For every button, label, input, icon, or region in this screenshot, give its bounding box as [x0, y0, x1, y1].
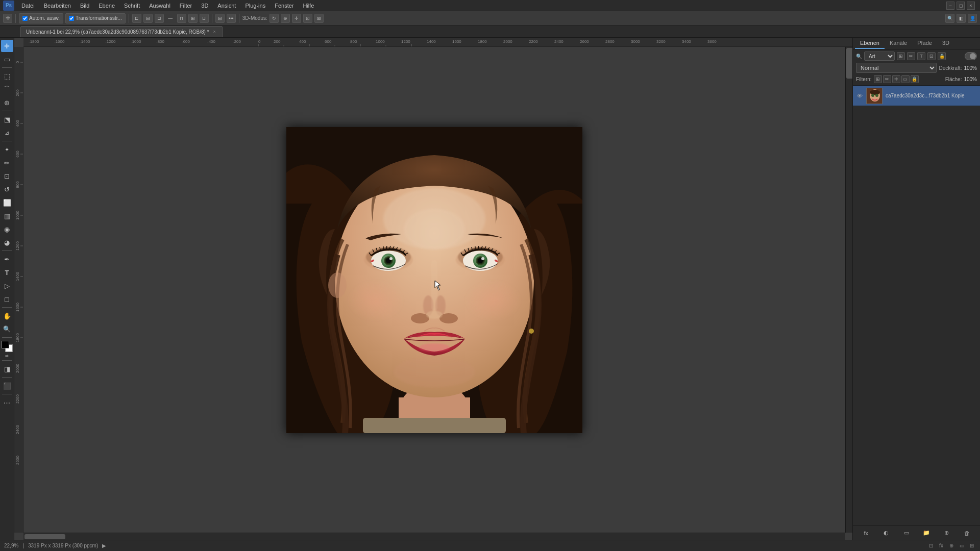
path-select-button[interactable]: ▷: [1, 280, 13, 292]
add-style-button[interactable]: fx: [861, 528, 872, 538]
text-tool-button[interactable]: T: [1, 266, 13, 279]
eraser-tool-button[interactable]: ⬜: [1, 196, 13, 209]
status-info-arrow[interactable]: ▶: [102, 543, 106, 548]
blend-mode-select[interactable]: Normal: [856, 63, 937, 73]
horizontal-scrollbar[interactable]: [23, 533, 845, 540]
close-button[interactable]: ×: [967, 2, 975, 10]
restore-button[interactable]: ◻: [957, 2, 965, 10]
status-icon-3[interactable]: ⊕: [947, 542, 955, 550]
menu-filter[interactable]: Filter: [176, 2, 196, 10]
3d-tab[interactable]: 3D: [937, 38, 954, 49]
3d-roll-icon[interactable]: ⊕: [281, 14, 290, 23]
clone-tool-button[interactable]: ⊡: [1, 170, 13, 182]
quick-select-tool-button[interactable]: ⊕: [1, 96, 13, 109]
menu-hilfe[interactable]: Hilfe: [299, 2, 318, 10]
layer-item[interactable]: 👁 ca7aedc30a2d3c...f73db2b1 Kopie: [853, 86, 980, 106]
layer-filter-toggle[interactable]: [965, 52, 977, 60]
menu-auswahl[interactable]: Auswahl: [145, 2, 175, 10]
filter-paint-icon[interactable]: ✏: [883, 75, 891, 83]
menu-fenster[interactable]: Fenster: [271, 2, 298, 10]
document-tab[interactable]: Unbenannt-1 bei 22,9% (ca7aedc30a2d3c90d…: [20, 26, 223, 37]
align-center-icon[interactable]: ⊟: [143, 14, 153, 23]
color-selector[interactable]: [2, 341, 13, 352]
layers-tab[interactable]: Ebenen: [855, 38, 885, 49]
align-vcenter-icon[interactable]: ⊞: [188, 14, 198, 23]
blur-tool-button[interactable]: ◉: [1, 223, 13, 235]
menu-datei[interactable]: Datei: [17, 2, 39, 10]
auto-select-checkbox[interactable]: [22, 16, 28, 21]
layer-filter-icon-1[interactable]: ⊞: [897, 52, 905, 60]
crop-tool-button[interactable]: ⬔: [1, 113, 13, 126]
workspaces-icon[interactable]: ◧: [957, 14, 966, 23]
pen-tool-button[interactable]: ✒: [1, 253, 13, 265]
3d-scale-icon[interactable]: ⊠: [314, 14, 324, 23]
opacity-value[interactable]: 100%: [964, 65, 977, 71]
align-bottom-icon[interactable]: ⊔: [200, 14, 209, 23]
menu-bild[interactable]: Bild: [76, 2, 93, 10]
menu-schrift[interactable]: Schrift: [120, 2, 144, 10]
canvas-area[interactable]: [23, 47, 845, 533]
auto-select-button[interactable]: Autom. ausw.: [19, 13, 63, 23]
menu-ebene[interactable]: Ebene: [94, 2, 119, 10]
brush-tool-button[interactable]: ✏: [1, 157, 13, 169]
tool-options-icon[interactable]: ✛: [3, 14, 12, 23]
align-top-icon[interactable]: ⊓: [177, 14, 186, 23]
filter-pos-icon[interactable]: ✛: [892, 75, 900, 83]
layer-filter-icon-4[interactable]: ⊡: [927, 52, 936, 60]
quick-mask-button[interactable]: ◨: [1, 363, 13, 375]
filter-artboard-icon[interactable]: ▭: [901, 75, 910, 83]
artboard-tool-button[interactable]: ▭: [1, 53, 13, 65]
foreground-color-box[interactable]: [2, 341, 9, 348]
distribute-icon[interactable]: ⊟: [215, 14, 225, 23]
fill-value[interactable]: 100%: [964, 77, 977, 82]
3d-slide-icon[interactable]: ⊡: [303, 14, 312, 23]
user-icon[interactable]: 👤: [968, 14, 977, 23]
hand-tool-button[interactable]: ✋: [1, 310, 13, 322]
layer-type-filter[interactable]: Art: [864, 52, 895, 61]
status-icon-1[interactable]: ⊡: [927, 542, 935, 550]
extra-tools-button[interactable]: ⋯: [1, 396, 13, 409]
add-mask-button[interactable]: ◐: [880, 528, 892, 538]
minimize-button[interactable]: –: [946, 2, 954, 10]
3d-pan-icon[interactable]: ✛: [292, 14, 301, 23]
status-icon-5[interactable]: ⊞: [968, 542, 976, 550]
more-icon[interactable]: •••: [227, 14, 236, 23]
paths-tab[interactable]: Pfade: [912, 38, 937, 49]
healing-tool-button[interactable]: ✦: [1, 143, 13, 156]
h-scroll-thumb[interactable]: [24, 534, 65, 539]
filter-lock2-icon[interactable]: 🔒: [911, 75, 919, 83]
lasso-tool-button[interactable]: ⌒: [1, 83, 13, 95]
status-icon-4[interactable]: ▭: [958, 542, 966, 550]
3d-rotate-icon[interactable]: ↻: [270, 14, 279, 23]
screen-mode-button[interactable]: ⬛: [1, 380, 13, 392]
gradient-tool-button[interactable]: ▥: [1, 210, 13, 222]
menu-3d[interactable]: 3D: [197, 2, 212, 10]
history-brush-button[interactable]: ↺: [1, 183, 13, 195]
menu-plugins[interactable]: Plug-ins: [241, 2, 270, 10]
new-layer-button[interactable]: ⊕: [941, 528, 952, 538]
zoom-tool-button[interactable]: 🔍: [1, 323, 13, 335]
delete-layer-button[interactable]: 🗑: [961, 528, 972, 538]
transform-checkbox[interactable]: [69, 16, 74, 21]
filter-lock-icon[interactable]: ⊞: [874, 75, 882, 83]
vertical-scrollbar[interactable]: [845, 47, 852, 533]
menu-bearbeiten[interactable]: Bearbeiten: [40, 2, 75, 10]
menu-ansicht[interactable]: Ansicht: [213, 2, 240, 10]
shape-tool-button[interactable]: ◻: [1, 293, 13, 305]
move-tool-button[interactable]: ✛: [1, 40, 13, 52]
new-group-button[interactable]: 📁: [921, 528, 932, 538]
transform-controls-button[interactable]: Transformationsstr...: [65, 13, 126, 23]
marquee-tool-button[interactable]: ⬚: [1, 70, 13, 82]
layer-filter-icon-3[interactable]: T: [917, 52, 925, 60]
swap-colors-icon[interactable]: ⇄: [5, 354, 9, 358]
align-right-icon[interactable]: ⊐: [155, 14, 164, 23]
tab-close-button[interactable]: ×: [212, 29, 217, 34]
v-scroll-thumb[interactable]: [846, 48, 852, 79]
layer-filter-icon-5[interactable]: 🔒: [938, 52, 946, 60]
status-icon-2[interactable]: fx: [937, 542, 945, 550]
adjustment-button[interactable]: ▭: [901, 528, 912, 538]
align-left-icon[interactable]: ⊏: [132, 14, 141, 23]
dodge-tool-button[interactable]: ◕: [1, 236, 13, 248]
channels-tab[interactable]: Kanäle: [885, 38, 912, 49]
layer-filter-icon-2[interactable]: ✏: [907, 52, 915, 60]
